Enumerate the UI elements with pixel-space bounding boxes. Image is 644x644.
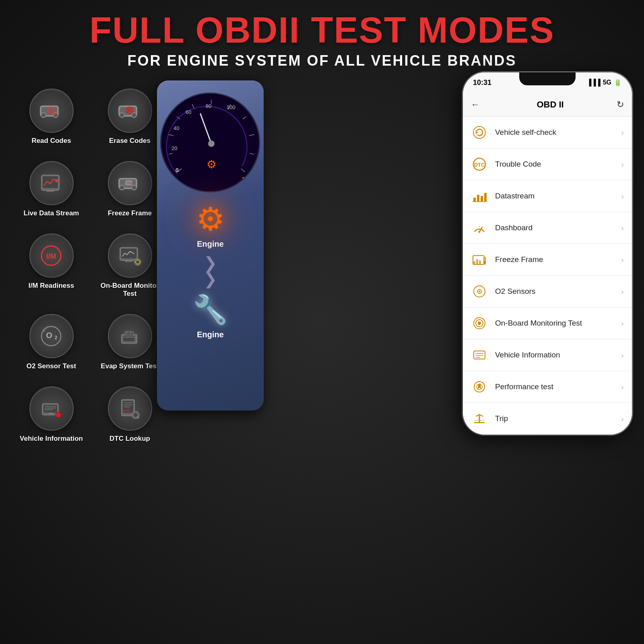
car-freeze-icon: DTC (117, 170, 143, 196)
svg-text:O: O (46, 331, 52, 340)
app-header: ← OBD II ↻ (463, 93, 632, 117)
chevron-right-icon-1: › (621, 160, 624, 169)
evap-system-label: Evap System Test (101, 362, 159, 370)
im-icon: I/M (38, 243, 64, 269)
svg-text:DTC: DTC (474, 162, 485, 168)
main-subtitle: FOR ENGINE SYSTEM OF ALL VEHICLE BRANDS (0, 52, 644, 69)
vehicle-self-check-icon (471, 124, 488, 141)
signal-bars-icon: ▐▐▐ (587, 79, 601, 86)
feature-vehicle-info: Vehicle Information (16, 386, 87, 443)
svg-rect-89 (484, 193, 487, 202)
trouble-code-icon: DTC (471, 156, 488, 173)
svg-rect-16 (46, 190, 54, 192)
onboard-monitor-icon-circle (108, 233, 152, 278)
svg-rect-86 (473, 198, 476, 202)
feature-live-data: Live Data Stream (16, 161, 87, 217)
menu-item-performance-test[interactable]: Performance test › (463, 371, 632, 403)
features-grid: Read Codes Erase Codes (16, 89, 165, 443)
o2-sensors-icon (471, 283, 488, 300)
menu-item-vehicle-information[interactable]: Vehicle Information › (463, 339, 632, 371)
svg-rect-88 (481, 196, 483, 202)
flip-device-body: 0 20 40 60 80 100 ⚙ 2 0 ⚙ Engine ❯❯ (157, 80, 264, 411)
svg-rect-14 (43, 176, 58, 188)
phone-time: 10:31 (473, 78, 491, 87)
svg-text:40: 40 (173, 125, 179, 131)
im-readiness-icon-circle: I/M (29, 233, 74, 278)
svg-rect-41 (125, 331, 134, 336)
vehicle-info-label: Vehicle Information (20, 435, 83, 443)
feature-im-readiness: I/M I/M Readiness (16, 233, 87, 298)
svg-point-37 (42, 329, 45, 332)
erase-codes-label: Erase Codes (109, 137, 151, 145)
svg-point-83 (473, 126, 485, 138)
svg-text:I/M: I/M (46, 252, 56, 260)
svg-point-8 (120, 113, 124, 118)
menu-item-freeze-frame[interactable]: Freeze Frame › (463, 244, 632, 276)
onboard-monitoring-label: On-Board Monitoring Test (495, 319, 621, 328)
svg-rect-110 (474, 351, 485, 359)
datastream-label: Datastream (495, 192, 621, 200)
engine-white-icon: 🔧 (193, 293, 228, 326)
vehicle-info-icon (38, 396, 64, 422)
freeze-frame-icon-circle: DTC (108, 161, 152, 205)
engine-warning-section: ⚙ Engine ❯❯ 🔧 Engine (157, 203, 264, 339)
speedometer-display: 0 20 40 60 80 100 ⚙ 2 0 (160, 93, 260, 192)
freeze-frame-label: Freeze Frame (108, 209, 152, 217)
freeze-frame-menu-icon (471, 251, 488, 268)
svg-text:0: 0 (175, 167, 179, 173)
car-erase-icon (117, 98, 143, 124)
feature-freeze-frame: DTC Freeze Frame (95, 161, 165, 217)
svg-rect-27 (125, 260, 133, 262)
phone-status-right: ▐▐▐ 5G 🔋 (587, 79, 622, 87)
main-title: FULL OBDII TEST MODES (0, 12, 644, 48)
back-button[interactable]: ← (471, 99, 480, 110)
signal-label: 5G (603, 79, 611, 86)
menu-item-o2-sensors[interactable]: O2 Sensors › (463, 276, 632, 308)
chevron-right-icon-4: › (621, 255, 624, 264)
svg-text:20: 20 (171, 145, 177, 151)
datastream-icon (471, 188, 488, 204)
chevron-right-icon-3: › (621, 223, 624, 233)
menu-item-trip[interactable]: Trip › (463, 403, 632, 435)
vehicle-info-icon-circle (29, 386, 74, 431)
im-readiness-label: I/M Readiness (29, 282, 74, 290)
menu-item-datastream[interactable]: Datastream › (463, 180, 632, 212)
svg-point-2 (41, 113, 46, 118)
evap-icon (117, 323, 143, 349)
performance-test-label: Performance test (495, 382, 621, 391)
chevron-icon: ❯❯ (204, 255, 217, 287)
onboard-monitor-label: On-Board Monitor Test (95, 282, 165, 298)
dtc-lookup-label: DTC Lookup (109, 435, 150, 443)
battery-icon: 🔋 (614, 79, 622, 87)
speedometer-svg: 0 20 40 60 80 100 ⚙ 2 0 (161, 94, 260, 192)
svg-point-92 (479, 231, 481, 233)
chevron-right-icon-9: › (621, 414, 624, 423)
engine-label-2: Engine (197, 330, 224, 339)
dashboard-label: Dashboard (495, 223, 621, 232)
refresh-button[interactable]: ↻ (617, 99, 624, 110)
trip-label: Trip (495, 414, 621, 423)
smartphone: 10:31 ▐▐▐ 5G 🔋 ← OBD II ↻ Vehicle self-c… (463, 72, 632, 435)
feature-o2-sensor: O 2 O2 Sensor Test (16, 314, 87, 370)
status-bar: 10:31 ▐▐▐ 5G 🔋 (463, 72, 632, 93)
header: FULL OBDII TEST MODES FOR ENGINE SYSTEM … (0, 12, 644, 69)
menu-item-dashboard[interactable]: Dashboard › (463, 212, 632, 244)
svg-text:60: 60 (186, 109, 191, 115)
svg-text:100: 100 (227, 104, 235, 110)
chevron-right-icon-2: › (621, 192, 624, 201)
evap-system-icon-circle (108, 314, 152, 358)
svg-text:2: 2 (54, 334, 57, 341)
svg-rect-51 (49, 413, 53, 415)
read-codes-icon-circle (29, 89, 74, 133)
menu-item-onboard-monitoring[interactable]: On-Board Monitoring Test › (463, 308, 632, 339)
live-data-label: Live Data Stream (24, 209, 79, 217)
menu-item-vehicle-self-check[interactable]: Vehicle self-check › (463, 117, 632, 149)
feature-dtc-lookup: DTC DTC Lookup (95, 386, 165, 443)
app-title: OBD II (484, 99, 617, 110)
onboard-monitoring-icon (471, 315, 488, 332)
svg-rect-87 (477, 195, 479, 202)
menu-item-trouble-code[interactable]: DTC Trouble Code › (463, 149, 632, 180)
svg-text:⚙: ⚙ (206, 158, 217, 171)
phone-notch (519, 72, 576, 85)
erase-codes-icon-circle (108, 89, 152, 133)
